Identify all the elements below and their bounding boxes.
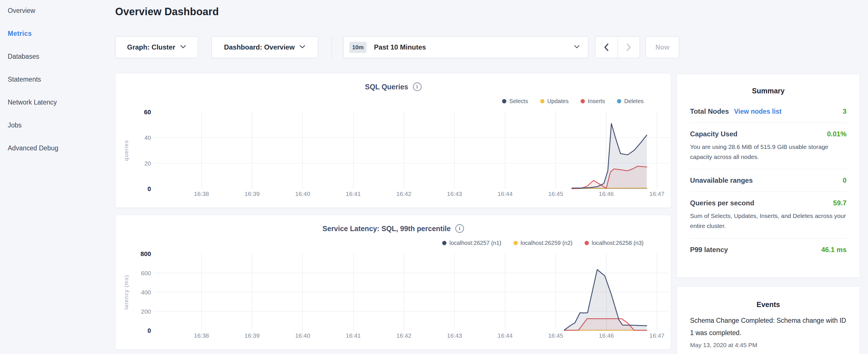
summary-value: 0 <box>843 176 846 185</box>
summary-row-total-nodes: Total Nodes View nodes list 3 <box>690 100 846 123</box>
summary-value: 46.1 ms <box>821 246 846 254</box>
events-panel: Events Schema Change Completed: Schema c… <box>677 286 860 354</box>
svg-text:16:44: 16:44 <box>497 332 513 339</box>
legend-item[interactable]: Deletes <box>617 98 644 104</box>
page-title: Overview Dashboard <box>115 6 219 18</box>
svg-text:16:45: 16:45 <box>548 332 563 339</box>
legend-label: localhost:26258 (n3) <box>592 240 644 246</box>
legend-dot-icon <box>585 241 589 245</box>
chevron-down-icon <box>574 45 580 50</box>
chart-title: Service Latency: SQL, 99th percentile <box>322 225 451 233</box>
svg-text:20: 20 <box>145 160 151 167</box>
svg-text:16:39: 16:39 <box>244 332 260 339</box>
summary-panel: Summary Total Nodes View nodes list 3 Ca… <box>677 74 860 278</box>
event-message: Schema Change Completed: Schema change w… <box>690 315 846 339</box>
svg-text:0: 0 <box>148 185 151 192</box>
svg-text:16:38: 16:38 <box>194 332 209 339</box>
summary-row-unavailable-ranges: Unavailable ranges 0 <box>690 169 846 192</box>
previous-interval-button[interactable] <box>595 37 618 58</box>
summary-row-queries-per-second: Queries per second 59.7 Sum of Selects, … <box>690 192 846 238</box>
svg-text:16:38: 16:38 <box>194 190 209 197</box>
sidebar-item-metrics[interactable]: Metrics <box>8 30 32 37</box>
summary-label: Queries per second <box>690 199 754 207</box>
time-range-label: Past 10 Minutes <box>374 43 574 51</box>
event-timestamp: May 13, 2020 at 4:45 PM <box>690 342 846 349</box>
sidebar-item-advanced-debug[interactable]: Advanced Debug <box>8 144 58 152</box>
svg-text:16:43: 16:43 <box>447 190 462 197</box>
svg-text:latency (ms): latency (ms) <box>123 275 129 309</box>
graph-scope-dropdown[interactable]: Graph: Cluster <box>115 36 198 58</box>
legend-dot-icon <box>442 241 446 245</box>
info-icon[interactable]: i <box>455 224 464 233</box>
svg-text:16:45: 16:45 <box>548 190 563 197</box>
sidebar-item-jobs[interactable]: Jobs <box>8 122 22 129</box>
time-range-dropdown[interactable]: 10m Past 10 Minutes <box>343 36 588 58</box>
toolbar-divider <box>332 36 332 58</box>
summary-description: Sum of Selects, Updates, Inserts, and De… <box>690 211 846 231</box>
summary-value: 0.01% <box>827 130 846 138</box>
svg-text:16:41: 16:41 <box>346 332 361 339</box>
legend-dot-icon <box>581 99 585 103</box>
chart-legend: SelectsUpdatesInsertsDeletes <box>502 98 644 104</box>
svg-text:60: 60 <box>144 108 151 116</box>
legend-label: Updates <box>547 98 569 104</box>
summary-row-p99-latency: P99 latency 46.1 ms <box>690 238 846 261</box>
chevron-down-icon <box>299 45 306 50</box>
svg-text:400: 400 <box>141 289 151 296</box>
now-button[interactable]: Now <box>646 36 679 58</box>
summary-value: 59.7 <box>833 199 846 207</box>
legend-dot-icon <box>540 99 545 103</box>
sql-queries-chart-card: SQL Queries i SelectsUpdatesInsertsDelet… <box>115 73 671 208</box>
view-nodes-list-link[interactable]: View nodes list <box>734 108 782 116</box>
info-icon[interactable]: i <box>413 83 422 91</box>
graph-scope-dropdown-label: Graph: Cluster <box>127 43 175 51</box>
summary-row-capacity-used: Capacity Used 0.01% You are using 28.6 M… <box>690 123 846 169</box>
legend-dot-icon <box>514 241 518 245</box>
service-latency-chart-plot[interactable]: 16:3816:3916:4016:4116:4216:4316:4416:45… <box>116 250 671 348</box>
svg-text:16:40: 16:40 <box>295 332 310 339</box>
sidebar-item-overview[interactable]: Overview <box>8 7 35 14</box>
legend-label: localhost:26257 (n1) <box>449 240 501 246</box>
svg-text:200: 200 <box>141 308 151 315</box>
dashboard-dropdown[interactable]: Dashboard: Overview <box>212 36 318 58</box>
legend-item[interactable]: Inserts <box>581 98 605 104</box>
svg-text:16:43: 16:43 <box>447 332 462 339</box>
legend-label: Selects <box>509 98 528 104</box>
legend-item[interactable]: Updates <box>540 98 569 104</box>
svg-text:0: 0 <box>148 327 151 334</box>
next-interval-button[interactable] <box>618 37 640 58</box>
legend-item[interactable]: localhost:26258 (n3) <box>585 240 644 246</box>
summary-title: Summary <box>690 87 846 95</box>
sidebar-item-network-latency[interactable]: Network Latency <box>8 99 57 106</box>
sidebar-item-databases[interactable]: Databases <box>8 53 39 60</box>
chevron-down-icon <box>180 45 186 50</box>
summary-label: Total Nodes <box>690 107 729 116</box>
legend-label: Deletes <box>624 98 644 104</box>
events-title: Events <box>690 300 846 309</box>
legend-item[interactable]: localhost:26257 (n1) <box>442 240 501 246</box>
legend-dot-icon <box>617 99 621 103</box>
legend-item[interactable]: localhost:26259 (n2) <box>514 240 572 246</box>
chart-legend: localhost:26257 (n1)localhost:26259 (n2)… <box>442 240 644 246</box>
sql-queries-chart-plot[interactable]: 16:3816:3916:4016:4116:4216:4316:4416:45… <box>116 108 671 206</box>
event-item[interactable]: Schema Change Completed: Schema change w… <box>690 315 846 349</box>
svg-text:16:41: 16:41 <box>346 190 361 197</box>
svg-text:16:46: 16:46 <box>599 332 614 339</box>
legend-dot-icon <box>502 99 506 103</box>
svg-text:16:44: 16:44 <box>497 190 513 197</box>
sidebar: Overview Metrics Databases Statements Ne… <box>0 0 115 354</box>
service-latency-chart-card: Service Latency: SQL, 99th percentile i … <box>115 215 671 350</box>
legend-item[interactable]: Selects <box>502 98 528 104</box>
time-range-badge: 10m <box>349 42 367 53</box>
svg-text:16:39: 16:39 <box>244 190 260 197</box>
time-step-buttons <box>595 36 640 58</box>
legend-label: localhost:26259 (n2) <box>521 240 572 246</box>
sidebar-item-statements[interactable]: Statements <box>8 75 41 83</box>
dashboard-dropdown-label: Dashboard: Overview <box>224 43 295 51</box>
chart-title: SQL Queries <box>365 83 408 91</box>
summary-label: P99 latency <box>690 246 728 254</box>
summary-label: Capacity Used <box>690 130 737 138</box>
svg-text:600: 600 <box>141 270 151 277</box>
summary-label: Unavailable ranges <box>690 176 753 185</box>
svg-text:queries: queries <box>123 140 129 161</box>
